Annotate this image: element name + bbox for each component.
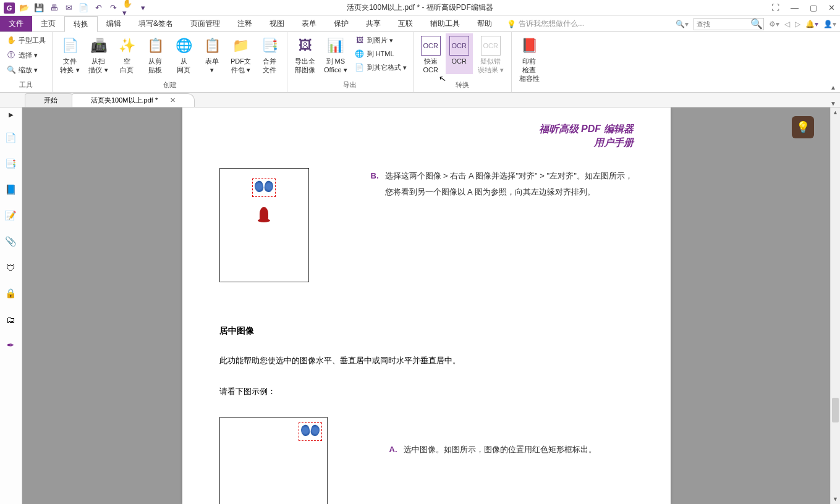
- hand-icon: ✋: [6, 35, 16, 45]
- group-label: 转换: [417, 80, 507, 91]
- signatures-icon[interactable]: ✒: [5, 339, 17, 351]
- from-scanner-button[interactable]: 📠从扫描仪 ▾: [85, 33, 112, 74]
- file-menu[interactable]: 文件: [0, 16, 32, 32]
- ribbon-group-export: 🖼导出全部图像 📊到 MSOffice ▾ 🖼到图片 ▾ 🌐到 HTML 📄到其…: [287, 32, 414, 92]
- from-web-button[interactable]: 🌐从网页: [170, 33, 197, 74]
- to-html-button[interactable]: 🌐到 HTML: [352, 47, 409, 61]
- tab-fillsign[interactable]: 填写&签名: [130, 16, 182, 32]
- from-clipboard-button[interactable]: 📋从剪贴板: [142, 33, 169, 74]
- save-icon[interactable]: 💾: [33, 2, 45, 14]
- quick-ocr-button[interactable]: OCR快速OCR: [417, 33, 444, 74]
- search-dropdown-icon[interactable]: 🔍▾: [676, 20, 689, 28]
- undo-icon[interactable]: ↶: [93, 2, 104, 14]
- scroll-thumb[interactable]: [832, 398, 839, 422]
- tab-connect[interactable]: 互联: [389, 16, 422, 32]
- doc-icon[interactable]: 📄: [78, 2, 89, 14]
- expand-panel-icon[interactable]: ▶: [9, 111, 14, 118]
- tab-view[interactable]: 视图: [261, 16, 293, 32]
- to-image-button[interactable]: 🖼到图片 ▾: [352, 33, 409, 47]
- search-options-icon[interactable]: ⚙▾: [769, 20, 779, 28]
- document-area[interactable]: 福昕高级 PDF 编辑器 用户手册 B. 选择这两个图像 > 右击 A 图像并选…: [22, 107, 830, 504]
- vertical-scrollbar[interactable]: ▲ ▼: [830, 107, 840, 504]
- portfolio-button[interactable]: 📁PDF文件包 ▾: [227, 33, 255, 74]
- tab-comment[interactable]: 注释: [229, 16, 261, 32]
- select-tool-button[interactable]: Ⓣ选择 ▾: [4, 48, 40, 62]
- scroll-down-icon[interactable]: ▼: [831, 494, 840, 504]
- layers-icon[interactable]: 📘: [5, 183, 17, 196]
- clipboard-icon: 📋: [145, 36, 165, 56]
- to-office-button[interactable]: 📊到 MSOffice ▾: [320, 33, 351, 74]
- prev-result-icon[interactable]: ◁: [784, 20, 790, 28]
- hint-bulb-button[interactable]: 💡: [792, 116, 814, 138]
- bell-icon[interactable]: 🔔▾: [805, 20, 818, 28]
- open-icon[interactable]: 📂: [19, 2, 30, 14]
- tab-protect[interactable]: 保护: [325, 16, 357, 32]
- list-text: 选中图像。如图所示，图像的位置用红色矩形框标出。: [404, 442, 596, 458]
- pdf-page: 福昕高级 PDF 编辑器 用户手册 B. 选择这两个图像 > 右击 A 图像并选…: [182, 107, 671, 504]
- hand-tool-button[interactable]: ✋手型工具: [4, 33, 48, 47]
- tab-home[interactable]: 主页: [32, 16, 64, 32]
- combine-button[interactable]: 📑合并文件: [256, 33, 283, 74]
- office-icon: 📊: [326, 36, 346, 56]
- doc-tab-start[interactable]: 开始: [25, 93, 77, 107]
- security-icon[interactable]: 🛡: [5, 261, 17, 274]
- preflight-button[interactable]: 📕印前检查相容性: [515, 33, 543, 83]
- articles-icon[interactable]: 🗂: [5, 313, 17, 326]
- section-heading: 居中图像: [219, 326, 634, 337]
- example-image-box-2: [219, 417, 328, 504]
- list-marker: A.: [389, 442, 397, 458]
- ocr-button[interactable]: OCROCR: [446, 33, 473, 74]
- globe-icon: 🌐: [174, 36, 193, 56]
- blank-icon: ✨: [117, 36, 137, 56]
- next-result-icon[interactable]: ▷: [795, 20, 800, 28]
- mail-icon[interactable]: ✉: [63, 2, 74, 14]
- lock-icon[interactable]: 🔒: [5, 287, 17, 300]
- document-tabs: 开始 活页夹100M以上.pdf *✕ ▼: [0, 93, 840, 107]
- from-file-button[interactable]: 📄文件转换 ▾: [56, 33, 83, 74]
- menu-bar: 文件 主页 转换 编辑 填写&签名 页面管理 注释 视图 表单 保护 共享 互联…: [0, 16, 840, 32]
- export-images-button[interactable]: 🖼导出全部图像: [291, 33, 319, 74]
- search-input[interactable]: [694, 20, 750, 28]
- tab-form[interactable]: 表单: [293, 16, 325, 32]
- group-label: 创建: [56, 80, 283, 91]
- scroll-up-icon[interactable]: ▲: [831, 107, 840, 117]
- preflight-icon: 📕: [519, 36, 539, 56]
- workspace: ▶ 📄 📑 📘 📝 📎 🛡 🔒 🗂 ✒ 福昕高级 PDF 编辑器 用户手册: [0, 107, 840, 504]
- pages-icon[interactable]: 📑: [5, 158, 17, 170]
- tabs-dropdown-icon[interactable]: ▼: [830, 100, 836, 107]
- redo-icon[interactable]: ↷: [108, 2, 119, 14]
- suspect-button[interactable]: OCR疑似错误结果 ▾: [474, 33, 507, 74]
- tab-help[interactable]: 帮助: [469, 16, 501, 32]
- maximize-icon[interactable]: ▢: [810, 3, 817, 12]
- arrange-icon[interactable]: ⛶: [771, 3, 779, 12]
- collapse-ribbon-icon[interactable]: ▲: [830, 84, 836, 91]
- blank-page-button[interactable]: ✨空白页: [113, 33, 140, 74]
- tab-share[interactable]: 共享: [357, 16, 389, 32]
- user-icon[interactable]: 👤▾: [823, 20, 836, 28]
- search-icon[interactable]: 🔍: [750, 19, 763, 30]
- form-button[interactable]: 📋表单▾: [198, 33, 226, 74]
- file-icon: 📄: [60, 36, 80, 56]
- tab-convert[interactable]: 转换: [64, 16, 98, 32]
- navigation-panel: ▶ 📄 📑 📘 📝 📎 🛡 🔒 🗂 ✒: [0, 107, 22, 504]
- hand-dropdown-icon[interactable]: ✋▾: [122, 2, 134, 14]
- qat-customize-icon[interactable]: ▾: [137, 2, 148, 14]
- select-icon: Ⓣ: [6, 50, 16, 60]
- minimize-icon[interactable]: —: [791, 3, 799, 12]
- tab-accessibility[interactable]: 辅助工具: [422, 16, 469, 32]
- bookmarks-icon[interactable]: 📄: [5, 132, 17, 144]
- quick-access-toolbar: G 📂 💾 🖶 ✉ 📄 ↶ ↷ ✋▾ ▾: [0, 2, 148, 14]
- attachments-icon[interactable]: 📎: [5, 235, 17, 248]
- search-box[interactable]: 🔍: [694, 18, 764, 30]
- close-window-icon[interactable]: ✕: [828, 3, 835, 12]
- tell-me[interactable]: 💡告诉我您想做什么...: [507, 16, 584, 32]
- comments-icon[interactable]: 📝: [5, 209, 17, 222]
- tab-pages[interactable]: 页面管理: [182, 16, 229, 32]
- quick-ocr-icon: OCR: [421, 36, 441, 56]
- zoom-tool-button[interactable]: 🔍缩放 ▾: [4, 63, 40, 77]
- print-icon[interactable]: 🖶: [48, 2, 59, 14]
- close-tab-icon[interactable]: ✕: [170, 96, 176, 104]
- tab-edit[interactable]: 编辑: [98, 16, 130, 32]
- to-other-button[interactable]: 📄到其它格式 ▾: [352, 61, 409, 74]
- doc-tab-file[interactable]: 活页夹100M以上.pdf *✕: [72, 93, 195, 107]
